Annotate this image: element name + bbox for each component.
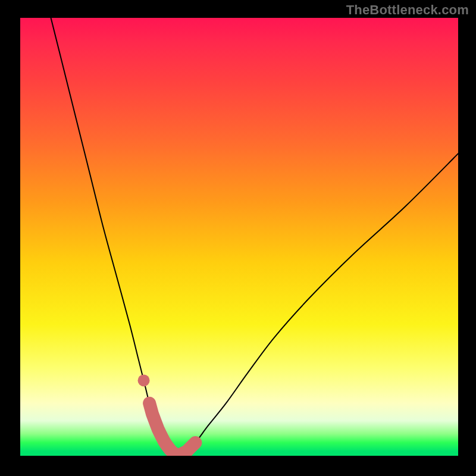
- plot-area: [20, 18, 458, 456]
- chart-frame: TheBottleneck.com: [0, 0, 476, 476]
- bottleneck-curve: [51, 18, 458, 456]
- valley-highlight: [149, 403, 195, 456]
- watermark-label: TheBottleneck.com: [346, 2, 469, 18]
- valley-highlight-dot: [138, 374, 150, 386]
- chart-svg: [20, 18, 458, 456]
